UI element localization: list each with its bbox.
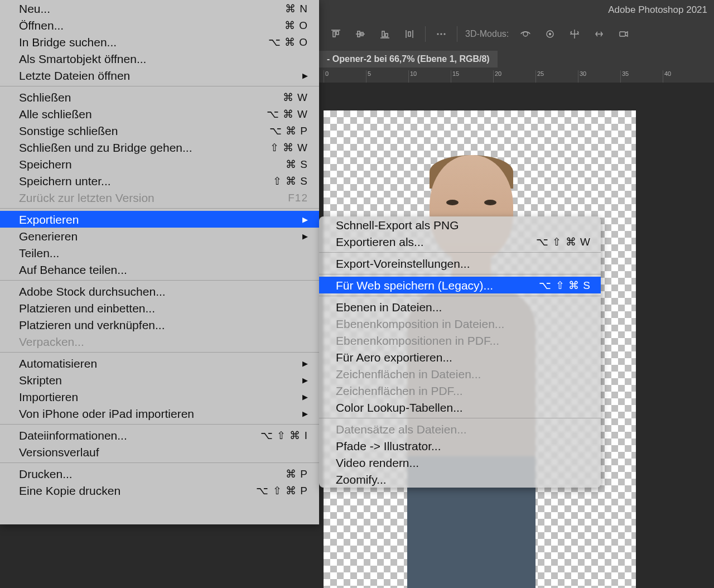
menu-item-shortcut: ⇧ ⌘ W [270, 139, 308, 156]
file-menu-item[interactable]: Speichern unter...⇧ ⌘ S [0, 172, 319, 189]
export-menu-item: Zeichenflächen in Dateien... [319, 365, 601, 382]
export-menu-item[interactable]: Exportieren als...⌥ ⇧ ⌘ W [319, 233, 601, 250]
file-menu-item[interactable]: Importieren▶ [0, 388, 319, 405]
svg-rect-2 [336, 31, 339, 35]
submenu-arrow-icon: ▶ [302, 389, 308, 405]
toolbar-separator [457, 26, 457, 42]
file-menu-item[interactable]: Alle schließen⌥ ⌘ W [0, 105, 319, 122]
svg-point-12 [437, 33, 438, 35]
menu-item-label: Für Web speichern (Legacy)... [336, 277, 493, 293]
export-menu-item[interactable]: Zoomify... [319, 471, 601, 488]
file-menu-item[interactable]: Generieren▶ [0, 228, 319, 244]
menu-item-label: Skripten [19, 372, 62, 388]
align-top-icon[interactable] [324, 22, 348, 46]
menu-item-label: Von iPhone oder iPad importieren [19, 406, 194, 422]
file-menu-item[interactable]: Versionsverlauf [0, 444, 319, 460]
camera-icon[interactable] [611, 22, 636, 46]
export-menu-item[interactable]: Pfade -> Illustrator... [319, 437, 601, 454]
svg-point-17 [549, 33, 551, 35]
file-menu-item[interactable]: Letzte Dateien öffnen▶ [0, 67, 319, 84]
rotate-icon[interactable] [538, 22, 562, 46]
submenu-arrow-icon: ▶ [302, 228, 308, 244]
export-menu-item[interactable]: Ebenen in Dateien... [319, 298, 601, 315]
menu-item-label: Ebenenkomposition in Dateien... [336, 316, 504, 332]
file-menu-item: Zurück zur letzten VersionF12 [0, 189, 319, 206]
file-menu-item[interactable]: Öffnen...⌘ O [0, 17, 319, 33]
menu-item-shortcut: ⌥ ⌘ O [268, 34, 308, 50]
submenu-arrow-icon: ▶ [302, 211, 308, 228]
menu-separator [0, 424, 319, 425]
ruler-tick: 20 [493, 70, 501, 83]
menu-item-shortcut: ⇧ ⌘ S [273, 173, 308, 189]
export-menu-item: Ebenenkomposition in Dateien... [319, 315, 601, 332]
file-menu-item[interactable]: Schließen und zu Bridge gehen...⇧ ⌘ W [0, 139, 319, 156]
menu-item-shortcut: ⌥ ⌘ P [269, 123, 308, 139]
file-menu-item[interactable]: Dateiinformationen...⌥ ⇧ ⌘ I [0, 427, 319, 444]
menu-item-label: In Bridge suchen... [19, 34, 117, 50]
export-menu-item[interactable]: Schnell-Export als PNG [319, 216, 601, 233]
orbit-icon[interactable] [513, 22, 538, 46]
menu-item-label: Ebenen in Dateien... [336, 299, 442, 315]
menu-item-label: Exportieren als... [336, 234, 424, 250]
menu-item-label: Schließen [19, 89, 71, 105]
svg-rect-11 [408, 32, 411, 36]
file-menu-item[interactable]: Exportieren▶ [0, 211, 319, 228]
align-bottom-icon[interactable] [373, 22, 397, 46]
ruler-tick: 15 [451, 70, 459, 83]
document-tab[interactable]: - Opener-2 bei 66,7% (Ebene 1, RGB/8) [319, 51, 498, 68]
file-menu-item[interactable]: Speichern⌘ S [0, 156, 319, 172]
pan-icon[interactable] [562, 22, 587, 46]
menu-item-shortcut: ⌥ ⇧ ⌘ P [256, 483, 308, 499]
more-icon[interactable] [429, 22, 454, 46]
menu-separator [0, 280, 319, 281]
menu-item-label: Letzte Dateien öffnen [19, 68, 130, 84]
file-menu-item[interactable]: Schließen⌘ W [0, 89, 319, 105]
menu-item-label: Als Smartobjekt öffnen... [19, 51, 146, 67]
menu-item-shortcut: ⌘ S [286, 156, 308, 172]
menu-item-shortcut: ⌥ ⌘ W [267, 106, 308, 122]
menu-item-label: Sonstige schließen [19, 123, 118, 139]
file-menu-item[interactable]: Skripten▶ [0, 372, 319, 388]
export-menu-item[interactable]: Export-Voreinstellungen... [319, 255, 601, 272]
file-menu[interactable]: Neu...⌘ NÖffnen...⌘ OIn Bridge suchen...… [0, 0, 319, 524]
file-menu-item[interactable]: Eine Kopie drucken⌥ ⇧ ⌘ P [0, 482, 319, 499]
export-menu-item[interactable]: Für Aero exportieren... [319, 349, 601, 365]
file-menu-item[interactable]: Von iPhone oder iPad importieren▶ [0, 405, 319, 422]
file-menu-item[interactable]: Neu...⌘ N [0, 0, 319, 17]
ruler-tick: 10 [408, 70, 417, 83]
file-menu-item[interactable]: Als Smartobjekt öffnen... [0, 50, 319, 67]
file-menu-item[interactable]: Platzieren und einbetten... [0, 300, 319, 316]
menu-item-shortcut: ⌘ P [286, 466, 308, 482]
menu-item-label: Importieren [19, 389, 78, 405]
file-menu-item[interactable]: Platzieren und verknüpfen... [0, 316, 319, 333]
menu-item-label: Adobe Stock durchsuchen... [19, 283, 166, 300]
menu-item-label: Auf Behance teilen... [19, 262, 127, 278]
file-menu-item[interactable]: Automatisieren▶ [0, 355, 319, 372]
distribute-h-icon[interactable] [397, 22, 422, 46]
file-menu-item[interactable]: Adobe Stock durchsuchen... [0, 283, 319, 300]
menu-item-label: Alle schließen [19, 106, 92, 122]
export-menu-item[interactable]: Für Web speichern (Legacy)...⌥ ⇧ ⌘ S [319, 277, 601, 293]
menu-item-label: Schnell-Export als PNG [336, 217, 459, 233]
file-menu-item[interactable]: Teilen... [0, 244, 319, 261]
export-menu-item[interactable]: Color Lookup-Tabellen... [319, 399, 601, 416]
menu-separator [319, 418, 601, 418]
file-menu-item[interactable]: In Bridge suchen...⌥ ⌘ O [0, 33, 319, 50]
file-menu-item[interactable]: Auf Behance teilen... [0, 261, 319, 278]
menu-item-label: Speichern [19, 156, 72, 172]
slide-icon[interactable] [587, 22, 611, 46]
align-vcenter-icon[interactable] [348, 22, 373, 46]
menu-item-shortcut: F12 [288, 190, 308, 206]
menu-item-label: Drucken... [19, 466, 73, 482]
menu-separator [0, 352, 319, 353]
menu-item-label: Color Lookup-Tabellen... [336, 399, 463, 416]
file-menu-item[interactable]: Drucken...⌘ P [0, 465, 319, 482]
menu-separator [0, 462, 319, 463]
menu-item-label: Zoomify... [336, 471, 387, 488]
export-submenu[interactable]: Schnell-Export als PNGExportieren als...… [319, 216, 601, 488]
export-menu-item[interactable]: Video rendern... [319, 454, 601, 471]
file-menu-item: Verpacken... [0, 333, 319, 350]
svg-point-15 [523, 32, 528, 36]
file-menu-item[interactable]: Sonstige schließen⌥ ⌘ P [0, 122, 319, 139]
export-menu-item: Zeichenflächen in PDF... [319, 382, 601, 399]
